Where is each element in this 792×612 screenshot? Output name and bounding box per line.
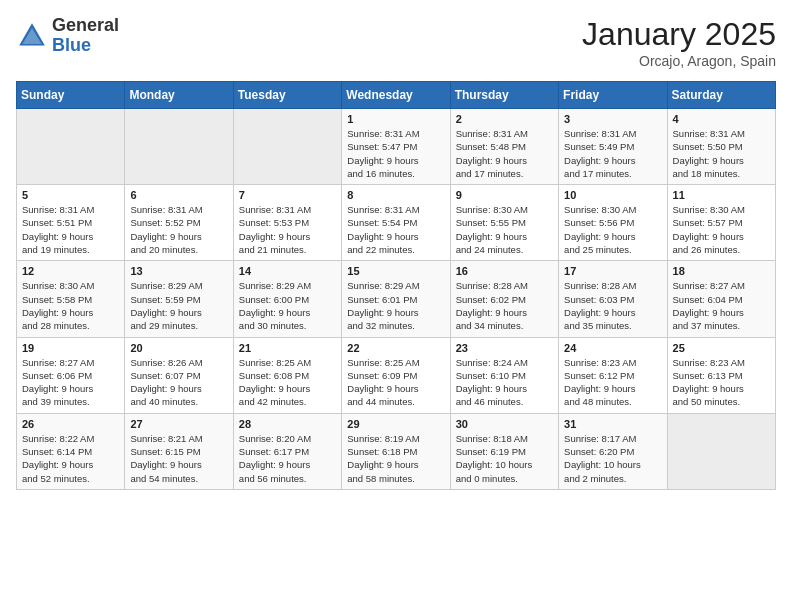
calendar-day-cell: 17Sunrise: 8:28 AMSunset: 6:03 PMDayligh… bbox=[559, 261, 667, 337]
calendar-week-row: 19Sunrise: 8:27 AMSunset: 6:06 PMDayligh… bbox=[17, 337, 776, 413]
day-number: 24 bbox=[564, 342, 661, 354]
calendar-day-cell: 25Sunrise: 8:23 AMSunset: 6:13 PMDayligh… bbox=[667, 337, 775, 413]
calendar-day-cell: 9Sunrise: 8:30 AMSunset: 5:55 PMDaylight… bbox=[450, 185, 558, 261]
day-number: 8 bbox=[347, 189, 444, 201]
calendar-week-row: 5Sunrise: 8:31 AMSunset: 5:51 PMDaylight… bbox=[17, 185, 776, 261]
day-info: Sunrise: 8:25 AMSunset: 6:09 PMDaylight:… bbox=[347, 356, 444, 409]
logo-general-text: General bbox=[52, 16, 119, 36]
calendar-day-cell: 26Sunrise: 8:22 AMSunset: 6:14 PMDayligh… bbox=[17, 413, 125, 489]
day-number: 3 bbox=[564, 113, 661, 125]
month-title: January 2025 bbox=[582, 16, 776, 53]
calendar-day-cell: 19Sunrise: 8:27 AMSunset: 6:06 PMDayligh… bbox=[17, 337, 125, 413]
calendar-day-cell: 4Sunrise: 8:31 AMSunset: 5:50 PMDaylight… bbox=[667, 109, 775, 185]
calendar-day-cell: 3Sunrise: 8:31 AMSunset: 5:49 PMDaylight… bbox=[559, 109, 667, 185]
day-info: Sunrise: 8:31 AMSunset: 5:47 PMDaylight:… bbox=[347, 127, 444, 180]
day-info: Sunrise: 8:22 AMSunset: 6:14 PMDaylight:… bbox=[22, 432, 119, 485]
logo: General Blue bbox=[16, 16, 119, 56]
day-info: Sunrise: 8:31 AMSunset: 5:49 PMDaylight:… bbox=[564, 127, 661, 180]
day-info: Sunrise: 8:19 AMSunset: 6:18 PMDaylight:… bbox=[347, 432, 444, 485]
page-header: General Blue January 2025 Orcajo, Aragon… bbox=[16, 16, 776, 69]
calendar-day-cell: 7Sunrise: 8:31 AMSunset: 5:53 PMDaylight… bbox=[233, 185, 341, 261]
day-info: Sunrise: 8:31 AMSunset: 5:51 PMDaylight:… bbox=[22, 203, 119, 256]
weekday-header: Wednesday bbox=[342, 82, 450, 109]
calendar-day-cell: 15Sunrise: 8:29 AMSunset: 6:01 PMDayligh… bbox=[342, 261, 450, 337]
weekday-header: Saturday bbox=[667, 82, 775, 109]
day-number: 19 bbox=[22, 342, 119, 354]
day-number: 1 bbox=[347, 113, 444, 125]
calendar-day-cell bbox=[233, 109, 341, 185]
day-number: 22 bbox=[347, 342, 444, 354]
calendar-day-cell: 5Sunrise: 8:31 AMSunset: 5:51 PMDaylight… bbox=[17, 185, 125, 261]
day-number: 5 bbox=[22, 189, 119, 201]
weekday-header: Tuesday bbox=[233, 82, 341, 109]
weekday-header: Sunday bbox=[17, 82, 125, 109]
day-info: Sunrise: 8:31 AMSunset: 5:48 PMDaylight:… bbox=[456, 127, 553, 180]
day-info: Sunrise: 8:23 AMSunset: 6:12 PMDaylight:… bbox=[564, 356, 661, 409]
calendar-day-cell: 23Sunrise: 8:24 AMSunset: 6:10 PMDayligh… bbox=[450, 337, 558, 413]
calendar-day-cell: 21Sunrise: 8:25 AMSunset: 6:08 PMDayligh… bbox=[233, 337, 341, 413]
day-info: Sunrise: 8:30 AMSunset: 5:58 PMDaylight:… bbox=[22, 279, 119, 332]
weekday-header: Friday bbox=[559, 82, 667, 109]
calendar-day-cell: 2Sunrise: 8:31 AMSunset: 5:48 PMDaylight… bbox=[450, 109, 558, 185]
calendar-day-cell: 18Sunrise: 8:27 AMSunset: 6:04 PMDayligh… bbox=[667, 261, 775, 337]
day-info: Sunrise: 8:26 AMSunset: 6:07 PMDaylight:… bbox=[130, 356, 227, 409]
title-block: January 2025 Orcajo, Aragon, Spain bbox=[582, 16, 776, 69]
calendar-week-row: 12Sunrise: 8:30 AMSunset: 5:58 PMDayligh… bbox=[17, 261, 776, 337]
day-number: 20 bbox=[130, 342, 227, 354]
day-number: 10 bbox=[564, 189, 661, 201]
day-number: 2 bbox=[456, 113, 553, 125]
day-number: 25 bbox=[673, 342, 770, 354]
day-info: Sunrise: 8:23 AMSunset: 6:13 PMDaylight:… bbox=[673, 356, 770, 409]
calendar-day-cell bbox=[17, 109, 125, 185]
day-number: 28 bbox=[239, 418, 336, 430]
day-info: Sunrise: 8:30 AMSunset: 5:55 PMDaylight:… bbox=[456, 203, 553, 256]
day-info: Sunrise: 8:27 AMSunset: 6:04 PMDaylight:… bbox=[673, 279, 770, 332]
day-number: 18 bbox=[673, 265, 770, 277]
location-title: Orcajo, Aragon, Spain bbox=[582, 53, 776, 69]
day-info: Sunrise: 8:27 AMSunset: 6:06 PMDaylight:… bbox=[22, 356, 119, 409]
day-info: Sunrise: 8:24 AMSunset: 6:10 PMDaylight:… bbox=[456, 356, 553, 409]
calendar-day-cell: 11Sunrise: 8:30 AMSunset: 5:57 PMDayligh… bbox=[667, 185, 775, 261]
day-info: Sunrise: 8:25 AMSunset: 6:08 PMDaylight:… bbox=[239, 356, 336, 409]
logo-text: General Blue bbox=[52, 16, 119, 56]
weekday-header: Monday bbox=[125, 82, 233, 109]
calendar-day-cell: 13Sunrise: 8:29 AMSunset: 5:59 PMDayligh… bbox=[125, 261, 233, 337]
day-number: 9 bbox=[456, 189, 553, 201]
calendar-day-cell bbox=[667, 413, 775, 489]
day-number: 12 bbox=[22, 265, 119, 277]
day-number: 15 bbox=[347, 265, 444, 277]
day-number: 17 bbox=[564, 265, 661, 277]
day-info: Sunrise: 8:28 AMSunset: 6:02 PMDaylight:… bbox=[456, 279, 553, 332]
day-number: 27 bbox=[130, 418, 227, 430]
day-info: Sunrise: 8:17 AMSunset: 6:20 PMDaylight:… bbox=[564, 432, 661, 485]
calendar-day-cell: 20Sunrise: 8:26 AMSunset: 6:07 PMDayligh… bbox=[125, 337, 233, 413]
day-number: 6 bbox=[130, 189, 227, 201]
day-info: Sunrise: 8:18 AMSunset: 6:19 PMDaylight:… bbox=[456, 432, 553, 485]
calendar-day-cell: 30Sunrise: 8:18 AMSunset: 6:19 PMDayligh… bbox=[450, 413, 558, 489]
calendar-day-cell: 24Sunrise: 8:23 AMSunset: 6:12 PMDayligh… bbox=[559, 337, 667, 413]
logo-blue-text: Blue bbox=[52, 36, 119, 56]
calendar-week-row: 26Sunrise: 8:22 AMSunset: 6:14 PMDayligh… bbox=[17, 413, 776, 489]
day-number: 26 bbox=[22, 418, 119, 430]
day-info: Sunrise: 8:31 AMSunset: 5:50 PMDaylight:… bbox=[673, 127, 770, 180]
calendar-day-cell bbox=[125, 109, 233, 185]
day-info: Sunrise: 8:29 AMSunset: 5:59 PMDaylight:… bbox=[130, 279, 227, 332]
day-number: 7 bbox=[239, 189, 336, 201]
calendar-day-cell: 1Sunrise: 8:31 AMSunset: 5:47 PMDaylight… bbox=[342, 109, 450, 185]
logo-icon bbox=[16, 20, 48, 52]
day-number: 4 bbox=[673, 113, 770, 125]
day-info: Sunrise: 8:28 AMSunset: 6:03 PMDaylight:… bbox=[564, 279, 661, 332]
day-number: 13 bbox=[130, 265, 227, 277]
day-info: Sunrise: 8:31 AMSunset: 5:53 PMDaylight:… bbox=[239, 203, 336, 256]
day-info: Sunrise: 8:30 AMSunset: 5:57 PMDaylight:… bbox=[673, 203, 770, 256]
day-info: Sunrise: 8:21 AMSunset: 6:15 PMDaylight:… bbox=[130, 432, 227, 485]
calendar-day-cell: 27Sunrise: 8:21 AMSunset: 6:15 PMDayligh… bbox=[125, 413, 233, 489]
day-number: 23 bbox=[456, 342, 553, 354]
calendar-day-cell: 6Sunrise: 8:31 AMSunset: 5:52 PMDaylight… bbox=[125, 185, 233, 261]
day-number: 11 bbox=[673, 189, 770, 201]
calendar-day-cell: 22Sunrise: 8:25 AMSunset: 6:09 PMDayligh… bbox=[342, 337, 450, 413]
calendar-day-cell: 10Sunrise: 8:30 AMSunset: 5:56 PMDayligh… bbox=[559, 185, 667, 261]
day-number: 14 bbox=[239, 265, 336, 277]
calendar-day-cell: 28Sunrise: 8:20 AMSunset: 6:17 PMDayligh… bbox=[233, 413, 341, 489]
calendar-day-cell: 31Sunrise: 8:17 AMSunset: 6:20 PMDayligh… bbox=[559, 413, 667, 489]
